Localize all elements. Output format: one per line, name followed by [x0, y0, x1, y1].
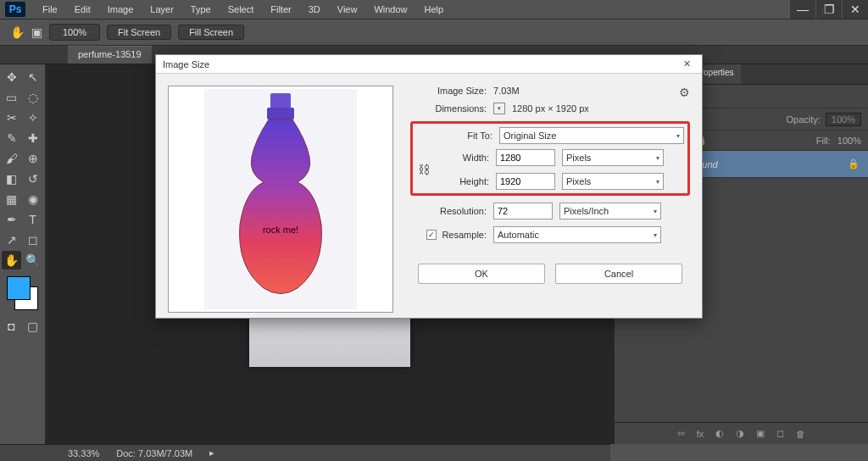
width-label: Width:: [431, 153, 489, 163]
shape-tool[interactable]: ◻: [23, 230, 42, 249]
history-brush-tool[interactable]: ↺: [23, 169, 42, 188]
pen-tool[interactable]: ✒: [2, 210, 21, 229]
constrain-link-icon[interactable]: ⛓: [416, 163, 431, 176]
close-dialog-button[interactable]: ✕: [678, 58, 695, 69]
height-label: Height:: [431, 176, 489, 186]
toolbox: ✥ ↖ ▭ ◌ ✂ ✧ ✎ ✚ 🖌 ⊕ ◧ ↺ ▦ ◉ ✒ T ↗ ◻ ✋ 🔍 …: [0, 64, 46, 444]
menubar: Ps File Edit Image Layer Type Select Fil…: [0, 0, 868, 19]
zoom-value[interactable]: 100%: [49, 24, 100, 41]
status-doc: Doc: 7.03M/7.03M: [116, 448, 192, 458]
width-unit-select[interactable]: Pixels: [562, 149, 664, 166]
resolution-label: Resolution:: [410, 206, 487, 216]
fit-screen-button[interactable]: Fit Screen: [107, 25, 171, 40]
resample-label: Resample:: [442, 230, 487, 240]
layers-footer: ⬄ fx ◐ ◑ ▣ ◻ 🗑: [615, 422, 868, 444]
close-window-button[interactable]: ✕: [843, 0, 868, 19]
menu-3d[interactable]: 3D: [300, 4, 329, 14]
dialog-titlebar[interactable]: Image Size ✕: [156, 55, 702, 74]
perfume-bottle-icon: rock me!: [204, 89, 357, 309]
scroll-all-icon[interactable]: ▣: [31, 25, 42, 39]
screenmode-tool[interactable]: ▢: [23, 317, 42, 336]
group-icon[interactable]: ▣: [756, 428, 765, 439]
dimensions-label: Dimensions:: [410, 103, 487, 114]
dialog-title-text: Image Size: [163, 59, 209, 69]
height-input[interactable]: [496, 173, 555, 190]
maximize-button[interactable]: ❐: [816, 0, 842, 19]
highlighted-region: Fit To: Original Size ⛓ Width: Pixels He…: [410, 121, 690, 196]
status-bar: 33.33% Doc: 7.03M/7.03M ▸: [0, 444, 610, 461]
image-size-value: 7.03M: [493, 86, 520, 96]
image-size-label: Image Size:: [410, 86, 487, 96]
move-tool[interactable]: ✥: [2, 68, 21, 86]
quickmask-tool[interactable]: ◘: [2, 317, 21, 336]
dimensions-value: 1280 px × 1920 px: [512, 103, 589, 114]
options-bar: ✋ ▣ 100% Fit Screen Fill Screen: [0, 19, 868, 46]
svg-rect-1: [270, 93, 291, 108]
artboard-tool[interactable]: ↖: [23, 68, 42, 86]
crop-tool[interactable]: ✂: [2, 108, 21, 127]
delete-icon[interactable]: 🗑: [796, 429, 805, 439]
menu-file[interactable]: File: [34, 4, 66, 14]
menu-type[interactable]: Type: [182, 4, 220, 14]
lasso-tool[interactable]: ◌: [23, 88, 42, 107]
hand-tool[interactable]: ✋: [2, 251, 21, 269]
fill-screen-button[interactable]: Fill Screen: [178, 25, 244, 40]
blur-tool[interactable]: ◉: [23, 190, 42, 208]
app-logo: Ps: [5, 2, 25, 17]
fit-to-label: Fit To:: [416, 131, 492, 141]
resample-checkbox[interactable]: ✓: [426, 230, 437, 240]
svg-rect-2: [267, 108, 294, 119]
adjustment-icon[interactable]: ◑: [736, 428, 744, 439]
path-tool[interactable]: ↗: [2, 230, 21, 249]
menu-select[interactable]: Select: [220, 4, 263, 14]
marquee-tool[interactable]: ▭: [2, 88, 21, 107]
image-size-dialog: Image Size ✕ rock me!: [155, 54, 703, 319]
zoom-tool[interactable]: 🔍: [23, 251, 42, 269]
color-swatches[interactable]: [7, 276, 38, 310]
minimize-button[interactable]: —: [790, 0, 815, 19]
brush-tool[interactable]: 🖌: [2, 149, 21, 168]
eyedropper-tool[interactable]: ✎: [2, 129, 21, 147]
resolution-unit-select[interactable]: Pixels/Inch: [559, 203, 661, 219]
lock-icon[interactable]: 🔒: [848, 158, 860, 169]
resample-select[interactable]: Automatic: [493, 226, 661, 243]
height-unit-select[interactable]: Pixels: [562, 173, 664, 190]
menu-help[interactable]: Help: [416, 4, 453, 14]
status-zoom[interactable]: 33.33%: [68, 448, 99, 458]
link-layers-icon[interactable]: ⬄: [677, 428, 685, 439]
resolution-input[interactable]: [493, 203, 553, 219]
mask-icon[interactable]: ◐: [715, 428, 724, 439]
gear-icon[interactable]: ⚙: [679, 86, 690, 99]
cancel-button[interactable]: Cancel: [555, 264, 682, 284]
type-tool[interactable]: T: [23, 210, 42, 229]
opacity-value[interactable]: 100%: [826, 113, 861, 126]
opacity-label: Opacity:: [787, 114, 821, 125]
width-input[interactable]: [496, 149, 555, 166]
hand-tool-icon: ✋: [10, 25, 25, 39]
menu-window[interactable]: Window: [365, 4, 415, 14]
new-layer-icon[interactable]: ◻: [776, 428, 784, 439]
document-tab[interactable]: perfume-13519: [68, 46, 152, 64]
svg-text:rock me!: rock me!: [263, 225, 298, 235]
dimensions-dropdown-icon[interactable]: ▾: [493, 103, 505, 114]
ok-button[interactable]: OK: [418, 264, 545, 284]
preview-thumbnail[interactable]: rock me!: [168, 86, 393, 313]
menu-edit[interactable]: Edit: [66, 4, 99, 14]
menu-image[interactable]: Image: [99, 4, 142, 14]
fill-label: Fill:: [816, 136, 831, 146]
magic-wand-tool[interactable]: ✧: [23, 108, 42, 127]
fit-to-select[interactable]: Original Size: [499, 127, 684, 144]
menu-filter[interactable]: Filter: [262, 4, 299, 14]
eraser-tool[interactable]: ◧: [2, 169, 21, 188]
status-chevron-icon[interactable]: ▸: [209, 447, 214, 458]
menu-view[interactable]: View: [329, 4, 366, 14]
fx-icon[interactable]: fx: [697, 429, 704, 439]
gradient-tool[interactable]: ▦: [2, 190, 21, 208]
fg-swatch[interactable]: [7, 276, 31, 300]
stamp-tool[interactable]: ⊕: [23, 149, 42, 168]
fill-value[interactable]: 100%: [837, 136, 861, 146]
heal-tool[interactable]: ✚: [23, 129, 42, 147]
menu-layer[interactable]: Layer: [142, 4, 182, 14]
